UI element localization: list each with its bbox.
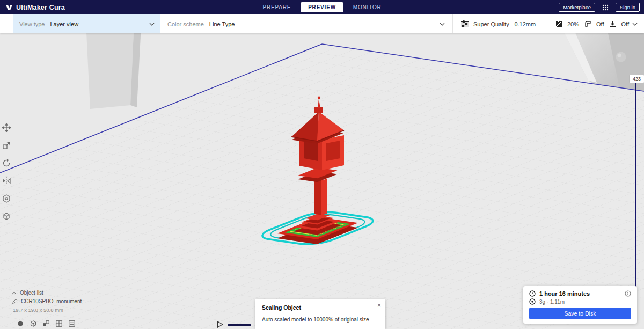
info-icon[interactable]: [625, 290, 631, 297]
pencil-icon: [12, 298, 18, 304]
orbit-ball-icon: [616, 52, 626, 62]
marketplace-button[interactable]: Marketplace: [559, 3, 595, 12]
object-name: CCR10SPBO_monument: [21, 298, 82, 304]
adhesion-icon: [608, 19, 618, 30]
rotate-tool-icon[interactable]: [1, 158, 12, 169]
layer-slider-handle[interactable]: 423: [629, 75, 644, 83]
tab-monitor[interactable]: MONITOR: [346, 0, 389, 14]
cube-grid-icon[interactable]: [55, 319, 63, 327]
object-tools-row: [16, 319, 76, 327]
viewport-3d[interactable]: [0, 0, 644, 329]
tab-prepare[interactable]: PREPARE: [255, 0, 298, 14]
chevron-down-icon: [149, 23, 155, 26]
stage-tabs: PREPARE PREVIEW MONITOR: [255, 0, 389, 14]
material-spool-icon: [529, 298, 536, 305]
app-logo: UltiMaker Cura: [0, 4, 65, 11]
object-list-toggle[interactable]: Object list: [12, 290, 82, 296]
view-type-label: View type: [19, 21, 45, 27]
chevron-down-icon: [440, 23, 445, 26]
applications-grid-icon[interactable]: [600, 2, 611, 13]
chevron-down-icon: [632, 23, 638, 26]
object-dimensions: 19.7 x 19.8 x 50.8 mm: [13, 307, 82, 313]
support-icon: [582, 19, 593, 30]
object-list-label: Object list: [20, 290, 43, 296]
cube-solid-icon[interactable]: [16, 319, 24, 327]
notification-message: Auto scaled model to 10000% of original …: [262, 317, 379, 323]
cube-list-icon[interactable]: [68, 319, 76, 327]
ultimaker-logo-icon: [5, 4, 13, 11]
sign-in-button[interactable]: Sign in: [616, 3, 640, 12]
view-type-dropdown[interactable]: View type Layer view: [13, 14, 160, 33]
scale-tool-icon[interactable]: [1, 140, 12, 151]
infill-setting: 20%: [567, 21, 579, 27]
play-icon[interactable]: [217, 321, 223, 328]
clock-icon: [529, 290, 536, 297]
object-list-item[interactable]: CCR10SPBO_monument: [12, 298, 82, 304]
cubes-stack-icon[interactable]: [42, 319, 50, 327]
layer-slider-value: 423: [633, 76, 641, 82]
support-setting: Off: [596, 21, 604, 27]
quality-setting: Super Quality - 0.12mm: [473, 21, 536, 27]
printer-frame-left: [86, 20, 141, 109]
notification-title: Scaling Object: [262, 304, 379, 311]
print-summary-card: 1 hour 16 minutes 3g · 1.11m Save to Dis…: [523, 286, 637, 324]
color-scheme-dropdown[interactable]: Color scheme Line Type: [160, 14, 452, 33]
close-icon[interactable]: ×: [377, 302, 381, 309]
infill-icon: [553, 19, 564, 30]
color-scheme-label: Color scheme: [167, 21, 204, 27]
tool-column: [1, 122, 12, 222]
object-list-panel: Object list CCR10SPBO_monument 19.7 x 19…: [12, 290, 82, 313]
material-usage: 3g · 1.11m: [539, 299, 565, 305]
adhesion-setting: Off: [621, 21, 629, 27]
support-blocker-icon[interactable]: [1, 211, 12, 222]
print-time: 1 hour 16 minutes: [539, 290, 590, 297]
move-tool-icon[interactable]: [1, 122, 12, 133]
scaling-notification: Scaling Object × Auto scaled model to 10…: [255, 299, 385, 329]
layer-slider-track[interactable]: [635, 82, 636, 291]
color-scheme-value: Line Type: [209, 21, 434, 27]
mirror-tool-icon[interactable]: [1, 176, 12, 186]
per-model-settings-icon[interactable]: [1, 193, 12, 204]
simulation-slider-progress: [228, 324, 251, 326]
view-type-value: Layer view: [50, 21, 144, 27]
app-title: UltiMaker Cura: [16, 4, 65, 11]
quality-sliders-icon: [459, 19, 470, 30]
settings-bar: View type Layer view Color scheme Line T…: [0, 14, 644, 33]
chevron-up-icon: [12, 291, 17, 295]
top-bar: UltiMaker Cura PREPARE PREVIEW MONITOR M…: [0, 0, 644, 14]
cube-outline-icon[interactable]: [29, 319, 37, 327]
save-to-disk-button[interactable]: Save to Disk: [529, 308, 631, 319]
tab-preview[interactable]: PREVIEW: [301, 2, 343, 12]
print-settings-panel-opener[interactable]: Super Quality - 0.12mm 20% Off: [452, 14, 644, 33]
